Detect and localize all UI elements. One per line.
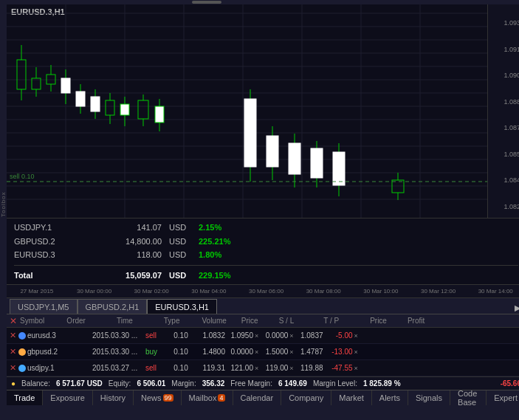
summary-total-amount: 15,059.07 — [80, 271, 162, 280]
margin-level-label: Margin Level: — [313, 379, 357, 388]
nav-tab-expert[interactable]: Expert — [487, 390, 519, 405]
row-close-price-3: 119.88 — [295, 364, 323, 372]
toolbox-label: Toolbox — [0, 4, 7, 404]
row-time-2: 2015.03.30 ... — [92, 348, 145, 356]
nav-tab-exposure[interactable]: Exposure — [43, 390, 92, 405]
nav-tab-signals[interactable]: Signals — [408, 390, 450, 405]
summary-total-label: Total — [14, 271, 73, 280]
nav-tab-codebase[interactable]: Code Base — [450, 390, 487, 405]
price-axis: 1.0930 1.0915 1.0900 1.0885 1.0870 1.085… — [487, 4, 519, 218]
tab-gbpusd[interactable]: GBPUSD.2,H1 — [78, 299, 148, 314]
row-sl-x-2[interactable]: × — [255, 348, 258, 356]
row-tp-x-1[interactable]: × — [289, 332, 293, 340]
news-badge: 99 — [163, 394, 173, 402]
symbol-icon-2 — [18, 348, 26, 356]
table-col-symbol: Symbol — [20, 317, 44, 325]
nav-tab-calendar[interactable]: Calendar — [233, 390, 282, 405]
svg-rect-54 — [244, 99, 256, 167]
summary-currency-1: USD — [169, 223, 191, 232]
close-all-icon[interactable]: ✕ — [10, 316, 17, 326]
time-label-5: 30 Mar 08:00 — [295, 288, 352, 295]
svg-rect-60 — [289, 143, 300, 174]
table-col-volume: Volume — [202, 317, 226, 325]
summary-row-usdjpy: USDJPY.1 141.07 USD 2.15% — [14, 223, 518, 232]
equity-label: Equity: — [109, 379, 131, 388]
svg-rect-63 — [311, 148, 323, 178]
margin-label: Margin: — [171, 379, 196, 388]
row-close-icon-3[interactable]: ✕ — [10, 363, 18, 373]
table-col-time: Time — [117, 317, 133, 325]
row-x-2[interactable]: × — [354, 348, 358, 356]
row-tp-x-2[interactable]: × — [289, 348, 293, 356]
row-sl-2: 0.0000 — [225, 348, 253, 356]
summary-amount-1: 141.07 — [80, 223, 162, 232]
table-row: ✕ eurusd.3 2015.03.30 ... sell 0.10 1.08… — [7, 328, 519, 344]
nav-tab-company[interactable]: Company — [281, 390, 331, 405]
nav-tab-mailbox[interactable]: Mailbox4 — [182, 390, 233, 405]
row-type-3: sell — [145, 364, 168, 372]
row-close-price-1: 1.0837 — [295, 331, 323, 340]
free-margin-value: 6 149.69 — [278, 379, 307, 388]
table-col-price: Price — [241, 317, 258, 325]
trades-list: ✕ eurusd.3 2015.03.30 ... sell 0.10 1.08… — [7, 328, 519, 376]
row-x-1[interactable]: × — [354, 332, 358, 340]
svg-rect-33 — [61, 78, 70, 93]
row-sl-x-3[interactable]: × — [255, 365, 258, 372]
tab-eurusd[interactable]: EURUSD.3,H1 — [147, 299, 217, 314]
bottom-nav: Trade Exposure History News99 Mailbox4 C… — [7, 390, 519, 404]
tab-scroll-right[interactable]: ► — [509, 302, 519, 314]
symbol-icon-1 — [18, 332, 26, 340]
row-price-2: 1.4800 — [194, 348, 225, 356]
row-tp-1: 0.0000 — [260, 331, 288, 340]
chart-area: EURUSD.3,H1 1.0930 1.0915 1.0900 1.0885 … — [7, 4, 519, 218]
row-close-icon-1[interactable]: ✕ — [10, 331, 18, 340]
row-tp-3: 119.00 — [260, 364, 288, 372]
svg-rect-48 — [138, 100, 148, 119]
summary-panel: USDJPY.1 141.07 USD 2.15% GBPUSD.2 14,80… — [7, 218, 519, 285]
status-bar: ● Balance: 6 571.67 USD Equity: 6 506.01… — [7, 376, 519, 390]
summary-currency-3: USD — [169, 250, 191, 259]
nav-tab-market[interactable]: Market — [331, 390, 372, 405]
chart-tab-bar: USDJPY.1,M5 GBPUSD.2,H1 EURUSD.3,H1 ► — [7, 298, 519, 314]
row-volume-1: 0.10 — [168, 331, 194, 340]
row-profit-2: -13.00 — [323, 348, 353, 356]
summary-pct-3: 1.80% — [199, 250, 221, 259]
summary-amount-3: 118.00 — [80, 250, 162, 259]
time-label-6: 30 Mar 10:00 — [352, 288, 410, 295]
time-label-0: 27 Mar 2015 — [8, 288, 66, 295]
row-symbol-3: usdjpy.1 — [18, 364, 61, 372]
nav-tab-history[interactable]: History — [93, 390, 134, 405]
row-sl-1: 1.0950 — [225, 331, 253, 340]
row-type-1: sell — [145, 331, 168, 340]
mailbox-badge: 4 — [218, 394, 224, 402]
svg-rect-57 — [267, 136, 278, 167]
nav-tab-alerts[interactable]: Alerts — [372, 390, 408, 405]
balance-value: 6 571.67 USD — [56, 379, 103, 388]
row-price-1: 1.0832 — [194, 331, 225, 340]
summary-row-eurusd: EURUSD.3 118.00 USD 1.80% — [14, 250, 518, 259]
row-volume-3: 0.10 — [168, 364, 194, 372]
row-sl-x-1[interactable]: × — [255, 332, 258, 340]
table-col-type: Type — [164, 317, 180, 325]
symbol-icon-3 — [18, 365, 26, 372]
time-label-8: 30 Mar 14:00 — [467, 288, 519, 295]
tab-usdjpy[interactable]: USDJPY.1,M5 — [10, 299, 78, 314]
free-margin-label: Free Margin: — [230, 379, 272, 388]
candles-svg: sell 0.10 — [7, 4, 487, 218]
nav-tab-news[interactable]: News99 — [134, 390, 182, 405]
row-close-icon-2[interactable]: ✕ — [10, 347, 18, 357]
row-x-3[interactable]: × — [354, 365, 358, 372]
summary-currency-2: USD — [169, 237, 191, 246]
margin-level-value: 1 825.89 % — [363, 379, 401, 388]
summary-total-pct: 229.15% — [199, 271, 230, 280]
summary-row-total: Total 15,059.07 USD 229.15% — [14, 271, 518, 280]
row-symbol-1: eurusd.3 — [18, 331, 61, 340]
row-time-1: 2015.03.30 ... — [92, 331, 145, 340]
table-row: ✕ usdjpy.1 2015.03.27 ... sell 0.10 119.… — [7, 360, 519, 376]
row-time-3: 2015.03.27 ... — [92, 364, 145, 372]
svg-rect-66 — [333, 152, 345, 185]
row-tp-x-3[interactable]: × — [289, 365, 293, 372]
time-label-7: 30 Mar 12:00 — [410, 288, 467, 295]
nav-tab-trade[interactable]: Trade — [7, 390, 43, 405]
svg-rect-39 — [91, 97, 100, 111]
